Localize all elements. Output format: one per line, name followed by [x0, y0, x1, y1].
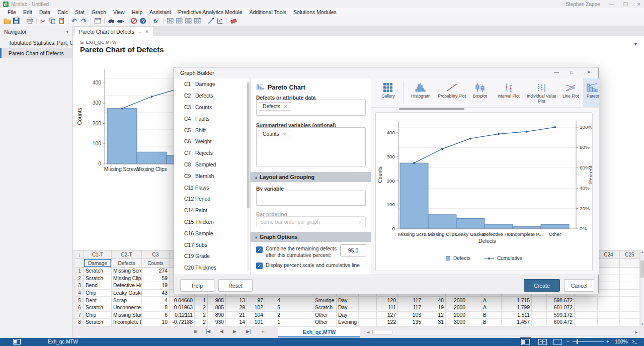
new-window-icon[interactable] — [94, 17, 102, 25]
scrollbar-thumb[interactable] — [372, 330, 392, 334]
remove-chip-icon[interactable]: ✕ — [283, 132, 287, 137]
restore-button[interactable]: ❐ — [623, 2, 628, 7]
table-cell[interactable] — [598, 290, 620, 297]
first-worksheet-icon[interactable]: |◀ — [206, 329, 210, 334]
combine-defects-checkbox[interactable]: ✓ — [256, 246, 263, 253]
tab-close-icon[interactable]: ✕ — [145, 29, 149, 34]
table-cell[interactable]: 103 — [398, 312, 423, 319]
table-cell[interactable]: Day — [337, 297, 359, 304]
variable-name-empty[interactable] — [598, 259, 620, 268]
paste-icon[interactable] — [58, 17, 65, 25]
table-cell[interactable]: 12 — [423, 312, 446, 319]
gallery-item-line-plot[interactable]: Line Plot — [558, 78, 583, 107]
column-list-item-c8[interactable]: C8Sampled — [174, 159, 250, 170]
table-cell[interactable] — [282, 297, 313, 304]
table-cell[interactable]: A — [481, 297, 502, 304]
table-cell[interactable]: 10 — [142, 319, 170, 326]
row-number[interactable]: 8 — [75, 319, 84, 326]
column-list-item-c12[interactable]: C12Period — [174, 193, 250, 205]
table-cell[interactable] — [620, 297, 640, 304]
table-cell[interactable]: 4 — [265, 297, 282, 304]
table-cell[interactable] — [620, 312, 640, 319]
table-cell[interactable]: 930 — [208, 319, 226, 326]
table-cell[interactable]: 122 — [377, 319, 398, 326]
table-cell[interactable]: 104 — [247, 312, 265, 319]
row-number[interactable]: 5 — [75, 297, 84, 304]
table-cell[interactable]: Bend — [84, 282, 112, 290]
table-cell[interactable]: Defective Housi — [112, 282, 142, 290]
table-cell[interactable]: 127 — [377, 312, 398, 319]
table-cell[interactable] — [620, 290, 640, 297]
table-cell[interactable]: 1.457 — [502, 319, 532, 326]
column-list-item-c6[interactable]: C6Weight — [174, 136, 250, 147]
table-cell[interactable] — [575, 304, 598, 312]
bar-ordering-select[interactable]: Same bar order per graph ⌄ — [256, 216, 366, 227]
remove-chip-icon[interactable]: ✕ — [284, 104, 288, 109]
table-cell[interactable]: 97 — [247, 297, 265, 304]
table-cell[interactable]: 19 — [142, 282, 170, 290]
table-cell[interactable] — [598, 275, 620, 283]
brush-icon[interactable] — [207, 17, 215, 25]
navigator-item-tabulated-statistics-part-operator[interactable]: Tabulated Statistics: Part, Operator — [0, 37, 72, 48]
gallery-item-pareto[interactable]: Pareto — [583, 78, 599, 107]
scroll-down-icon[interactable]: ▼ — [641, 323, 644, 326]
account-name[interactable]: Stephen Zappe — [566, 2, 600, 7]
column-header-c1-t[interactable]: C1-T — [84, 250, 112, 259]
table-cell[interactable]: 1.715 — [502, 297, 532, 304]
table-cell[interactable]: 2 — [195, 312, 208, 319]
table-cell[interactable]: Day — [337, 312, 359, 319]
table-cell[interactable]: 0.12111 — [170, 312, 195, 319]
menu-item-calc[interactable]: Calc — [54, 9, 71, 15]
scroll-up-icon[interactable]: ▲ — [641, 250, 644, 253]
scroll-left-icon[interactable]: ◀ — [365, 330, 371, 334]
menu-item-predictive-analytics-module[interactable]: Predictive Analytics Module — [175, 9, 246, 15]
column-list-item-c11[interactable]: C11Flaws — [174, 182, 250, 193]
column-list-item-c3[interactable]: C3Counts — [174, 102, 250, 113]
table-cell[interactable]: Leaky Gasket — [112, 290, 142, 297]
table-cell[interactable] — [532, 297, 547, 304]
eraser-icon[interactable] — [230, 17, 237, 25]
column-header-c25[interactable]: C25 — [620, 250, 640, 259]
chevron-down-icon[interactable]: ▾ — [66, 29, 68, 34]
menu-item-edit[interactable]: Edit — [20, 9, 36, 15]
scrollbar-thumb[interactable] — [640, 261, 644, 278]
scroll-right-icon[interactable]: ▶ — [633, 330, 639, 334]
menu-item-graph[interactable]: Graph — [88, 9, 110, 15]
zoom-out-icon[interactable]: − — [567, 339, 570, 344]
navigator-item-pareto-chart-of-defects[interactable]: Pareto Chart of Defects — [0, 48, 72, 58]
table-cell[interactable]: Missing Clips — [112, 275, 142, 283]
menu-item-data[interactable]: Data — [36, 9, 54, 15]
table-cell[interactable]: B — [481, 319, 502, 326]
tab-pareto-chart-of-defects[interactable]: Pareto Chart of Defects ⌄ ✕ — [74, 26, 154, 36]
worksheet-tab-exh-qc[interactable]: Exh_qc.MTW — [278, 327, 360, 337]
counts-chip[interactable]: Counts ✕ — [259, 130, 290, 138]
command-line-icon[interactable]: >_ — [632, 339, 637, 344]
dialog-title-bar[interactable]: Graph Builder — [174, 67, 598, 78]
print-icon[interactable] — [26, 17, 34, 25]
open-icon[interactable] — [4, 17, 11, 25]
cut-icon[interactable]: ✂ — [40, 17, 47, 25]
column-list-item-c15[interactable]: C15Thicken — [174, 216, 250, 228]
table-cell[interactable]: 2000 — [446, 304, 467, 312]
column-list-item-c16[interactable]: C16Sample — [174, 227, 250, 239]
table-cell[interactable] — [282, 319, 313, 326]
defects-chip[interactable]: Defects ✕ — [259, 102, 291, 111]
table-cell[interactable]: 2 — [265, 312, 282, 319]
add-worksheet-icon[interactable]: + — [261, 328, 265, 335]
table-cell[interactable]: 13 — [226, 297, 247, 304]
cancel-icon[interactable] — [130, 17, 138, 25]
table-cell[interactable] — [359, 312, 377, 319]
column-list-item-c5[interactable]: C5Shift — [174, 124, 250, 136]
percent-scale-checkbox[interactable]: ✓ — [256, 263, 263, 269]
table-cell[interactable]: 598.672 — [547, 297, 575, 304]
redo-icon[interactable]: ↷ — [80, 17, 88, 25]
variable-name-damage[interactable]: Damage — [84, 259, 112, 268]
table-cell[interactable]: Scrap — [112, 297, 142, 304]
formula-icon[interactable]: fx — [153, 17, 160, 25]
cumulative-percent-input[interactable]: 95.0 — [340, 244, 366, 256]
table-cell[interactable]: 2000 — [446, 297, 467, 304]
insert-cells-icon[interactable] — [167, 17, 174, 25]
insert-columns-icon[interactable] — [185, 17, 192, 25]
table-cell[interactable]: 14 — [226, 319, 247, 326]
row-number[interactable]: 4 — [75, 290, 84, 297]
